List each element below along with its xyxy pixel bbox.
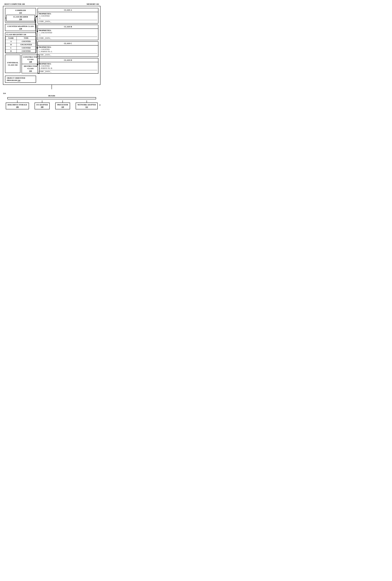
counter-wrapper-num: 130 — [19, 28, 22, 30]
class-prop-title-1: PROPRIETIES: — [39, 30, 97, 32]
bus-bar — [8, 97, 96, 99]
io-connector — [42, 100, 42, 102]
class-card-body-3: PROPRIETIES:1. COUNTED2. POINTS TO: BCOD… — [38, 62, 98, 73]
registry-row: BUNCOUNTED — [6, 43, 36, 46]
io-label: I/O ADAPTER — [36, 104, 48, 106]
host-computer-box: COMPILER 115 CLASS READER 116 COUNTER WR… — [3, 6, 100, 85]
processor-connector — [62, 100, 63, 102]
class-registry: CLASS REGISTRY 118 NAME TYPE ACOUNTEDBUN… — [5, 32, 36, 53]
destructor-num: 142 — [29, 70, 32, 72]
network-adapter-box: NETWORK ADAPTER 112 — [76, 102, 98, 109]
compiler-group: COMPILER 115 CLASS READER 116 — [5, 8, 36, 22]
class-code-1: CODE:_,DATA:_ — [39, 37, 97, 39]
class-prop-title-2: PROPRIETIES: — [39, 46, 97, 48]
class-card-body-1: PROPRIETIES:1. UNCOUNTED2.CODE:_,DATA:_ — [38, 29, 98, 40]
class-prop-item-0-1: 2. — [39, 17, 97, 19]
class-card-class-c: CLASS CPROPRIETIES:1. COUNTED2. POINTS T… — [38, 41, 98, 57]
registry-table: NAME TYPE ACOUNTEDBUNCOUNTEDCCOUNTEDDCOU… — [5, 37, 36, 53]
compiler-num: 115 — [19, 12, 22, 14]
constructor-group: CONSTRUCTOR CLASS 140 DESTRUCTOR CLASS 1… — [22, 55, 40, 73]
registry-cell-type: COUNTED — [16, 50, 36, 53]
oop-num: 124 — [18, 79, 20, 82]
processor-num: 110 — [61, 106, 64, 108]
universal-class-label: UNIVERSAL CLASS 150 — [7, 62, 18, 66]
registry-cell-type: COUNTED — [16, 46, 36, 50]
processor-box: PROCESSOR 110 — [55, 102, 70, 109]
right-column: CLASS APROPRIETIES:1. COUNTED2.CODE:_,DA… — [38, 8, 98, 83]
host-computer-label: HOST COMPUTER 100 — [4, 3, 25, 5]
class-reader-label: CLASS READER — [13, 16, 28, 18]
class-prop-item-1-0: 1. UNCOUNTED — [39, 32, 97, 34]
bus-label: BUS104 — [3, 94, 100, 97]
vertical-connector — [52, 85, 52, 89]
class-prop-item-3-0: 1. COUNTED — [39, 65, 97, 67]
registry-row: CCOUNTED — [6, 46, 36, 50]
registry-title: CLASS REGISTRY 118 — [5, 33, 36, 37]
host-inner: COMPILER 115 CLASS READER 116 COUNTER WR… — [5, 8, 98, 83]
class-code-2: CODE:_,DATA:_ — [39, 53, 97, 56]
class-card-body-2: PROPRIETIES:1. COUNTED2. POINTS TO: ACOD… — [38, 46, 98, 56]
diagram-wrapper: HOST COMPUTER 100 MEMORY 102 COMPILER 11… — [3, 3, 100, 109]
network-num: 112 — [86, 106, 88, 108]
class-card-title-3: CLASS D — [38, 58, 98, 62]
destructor-label: DESTRUCTOR CLASS — [24, 65, 37, 70]
class-prop-item-2-0: 1. COUNTED — [39, 48, 97, 50]
universal-class-box: UNIVERSAL CLASS 150 — [5, 55, 20, 73]
class-prop-title-3: PROPRIETIES: — [39, 63, 97, 65]
constructor-num: 140 — [29, 60, 32, 63]
class-code-0: CODE:_,DATA:_ — [39, 20, 97, 22]
disk-label: DISK DRIVE STORAGE — [8, 104, 27, 106]
network-arrow-label: 113 ◀ — [99, 104, 100, 106]
class-code-3: CODE:_,DATA:_ — [39, 70, 97, 73]
bus-num-label: 114 — [3, 92, 6, 94]
class-reader-num: 116 — [19, 18, 22, 20]
left-column: COMPILER 115 CLASS READER 116 COUNTER WR… — [5, 8, 36, 83]
network-connector — [86, 100, 87, 102]
counter-wrapper-label: COUNTER WRAPPER CLASS — [8, 25, 34, 27]
registry-cell-name: A — [6, 40, 17, 43]
class-card-class-a: CLASS APROPRIETIES:1. COUNTED2.CODE:_,DA… — [38, 8, 98, 24]
disk-connector — [17, 100, 18, 102]
class-prop-item-1-1: 2. — [39, 34, 97, 36]
registry-cell-type: UNCOUNTED — [16, 43, 36, 46]
registry-cell-name: B — [6, 43, 17, 46]
class-card-class-b: CLASS BPROPRIETIES:1. UNCOUNTED2.CODE:_,… — [38, 25, 98, 40]
top-labels: HOST COMPUTER 100 MEMORY 102 — [3, 3, 100, 5]
class-card-body-0: PROPRIETIES:1. COUNTED2.CODE:_,DATA:_ — [38, 12, 98, 23]
bus-section: 114 BUS104 DISK DRIVE STORAGE 106 I/O AD… — [3, 92, 100, 109]
io-adapter-box: I/O ADAPTER 108 — [34, 102, 50, 109]
registry-col-name: NAME — [6, 37, 17, 40]
memory-label: MEMORY 102 — [86, 3, 99, 5]
registry-col-type: TYPE — [16, 37, 36, 40]
registry-cell-type: COUNTED — [16, 40, 36, 43]
constructor-box: CONSTRUCTOR CLASS 140 — [22, 55, 40, 64]
destructor-box: DESTRUCTOR CLASS 142 — [22, 64, 40, 73]
registry-row: ACOUNTED — [6, 40, 36, 43]
oop-box: OBJECT ORIENTED PROGRAM 124 — [5, 76, 36, 83]
io-num: 108 — [41, 106, 44, 108]
class-card-class-d: CLASS DPROPRIETIES:1. COUNTED2. POINTS T… — [38, 58, 98, 74]
constructor-label: CONSTRUCTOR CLASS — [23, 56, 38, 60]
class-prop-item-2-1: 2. POINTS TO: A — [39, 50, 97, 53]
registry-row: DCOUNTED — [6, 50, 36, 53]
disk-num: 106 — [16, 106, 18, 108]
processor-label: PROCESSOR — [57, 104, 68, 106]
compiler-block: COMPILER 115 — [6, 9, 35, 14]
class-prop-item-0-0: 1. COUNTED — [39, 15, 97, 17]
class-card-title-1: CLASS B — [38, 25, 98, 29]
class-card-title-2: CLASS C — [38, 42, 98, 46]
class-card-title-0: CLASS A — [38, 8, 98, 12]
class-prop-title-0: PROPRIETIES: — [39, 13, 97, 15]
bottom-left-row: UNIVERSAL CLASS 150 CONSTRUCTOR CLASS 14… — [5, 55, 36, 73]
class-reader-box: CLASS READER 116 — [6, 15, 35, 21]
registry-cell-name: D — [6, 50, 17, 53]
registry-cell-name: C — [6, 46, 17, 50]
class-prop-item-3-1: 2. POINTS TO: B — [39, 67, 97, 70]
oop-label: OBJECT ORIENTED PROGRAM — [7, 77, 25, 82]
disk-drive-box: DISK DRIVE STORAGE 106 — [6, 102, 29, 109]
hardware-row: DISK DRIVE STORAGE 106 I/O ADAPTER 108 P… — [3, 100, 100, 109]
compiler-label: COMPILER — [15, 9, 26, 12]
counter-wrapper-box: COUNTER WRAPPER CLASS 130 — [5, 24, 36, 31]
network-label: NETWORK ADAPTER — [78, 104, 96, 106]
